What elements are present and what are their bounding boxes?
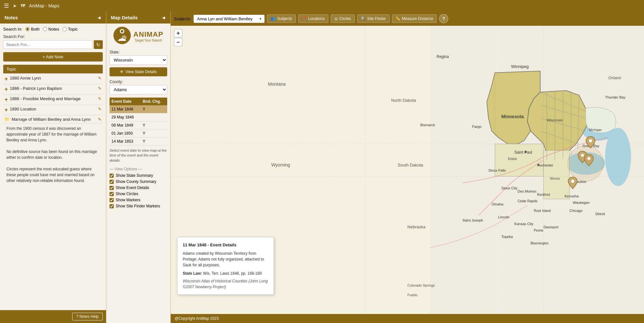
svg-text:Topeka: Topeka: [501, 235, 513, 239]
svg-text:Saint Paul: Saint Paul: [514, 150, 532, 155]
checkbox-show_state_summary[interactable]: [110, 174, 114, 178]
notes-collapse-arrow[interactable]: ◄: [97, 15, 101, 20]
checkbox-show_county_summary[interactable]: [110, 180, 114, 184]
note-item[interactable]: 📁Marrage of William Bentley and Anna Lyn…: [3, 115, 103, 124]
view-options-list: Show State SummaryShow County SummarySho…: [110, 173, 167, 208]
note-edit-icon[interactable]: ✎: [98, 76, 101, 81]
svg-text:Regina: Regina: [437, 54, 449, 59]
search-input[interactable]: [3, 40, 92, 49]
event-date-cell: 01 Jan 1850: [110, 129, 141, 138]
note-list: +1880 Annie Lynn✎+1886 - Patrick Lynn Ba…: [3, 74, 103, 187]
event-popup-title: 11 Mar 1848 - Event Details: [183, 242, 268, 248]
event-table-row[interactable]: 29 May 1848: [110, 113, 167, 121]
map-details-body: ANIMAP Target Your Search State: Wiscons…: [106, 24, 170, 213]
topbar: Subjects: Anna Lyn and William Bentley 👥…: [171, 12, 644, 26]
search-in-row: Search In: Both Notes Topic: [3, 27, 103, 32]
animap-logo: ANIMAP Target Your Search: [110, 27, 167, 45]
zoom-out-button[interactable]: −: [174, 38, 182, 46]
note-edit-icon[interactable]: ✎: [98, 96, 101, 101]
svg-text:Des Moines: Des Moines: [518, 189, 537, 193]
radio-topic-input[interactable]: [62, 27, 67, 31]
search-refresh-button[interactable]: ↻: [94, 40, 103, 49]
topic-header: Topic: [3, 65, 103, 73]
event-table-body: 11 Mar 1848Y29 May 184808 Mar 1849Y01 Ja…: [110, 105, 167, 146]
animap-logo-sub: Target Your Search: [133, 39, 163, 42]
view-option-item: Show Markers: [110, 198, 167, 202]
note-text: 1886 - Patrick Lynn Baptism: [10, 86, 96, 91]
note-edit-icon[interactable]: ✎: [98, 86, 101, 91]
forward-icon[interactable]: ➤: [13, 3, 17, 8]
right-side: Subjects: Anna Lyn and William Bentley 👥…: [171, 12, 644, 323]
svg-text:Thunder Bay: Thunder Bay: [605, 95, 626, 99]
label-show_circles: Show Circles: [116, 192, 138, 196]
subjects-button[interactable]: 👥 Subjects: [267, 14, 295, 23]
subjects-select[interactable]: Anna Lyn and William Bentley: [194, 15, 264, 23]
zoom-in-button[interactable]: +: [174, 29, 182, 37]
svg-text:Illinois: Illinois: [550, 176, 560, 180]
help-button[interactable]: ?: [439, 14, 448, 23]
site-finder-button[interactable]: 🔍 Site Finder: [357, 14, 389, 23]
svg-text:Bismarck: Bismarck: [420, 123, 435, 127]
checkbox-show_markers[interactable]: [110, 198, 114, 202]
event-table-row[interactable]: 11 Mar 1848Y: [110, 105, 167, 113]
note-expanded-content: From the 1900 census it was discovered a…: [3, 124, 103, 187]
circles-button[interactable]: ◎ Circles: [331, 14, 355, 23]
notes-help-button[interactable]: ? Notes Help: [72, 313, 103, 320]
svg-text:Minnesota: Minnesota: [501, 114, 524, 119]
subjects-label: Subjects:: [174, 16, 191, 21]
radio-both[interactable]: Both: [25, 27, 40, 32]
add-note-button[interactable]: + Add Note: [3, 52, 103, 62]
note-item[interactable]: +1890 Location✎: [3, 105, 103, 115]
eye-icon: 👁: [120, 70, 124, 74]
svg-point-75: [589, 139, 592, 142]
svg-text:Omaha: Omaha: [492, 202, 504, 206]
locations-button[interactable]: 📍 Locations: [298, 14, 328, 23]
checkbox-show_event_details[interactable]: [110, 186, 114, 190]
note-item[interactable]: +1880 Annie Lynn✎: [3, 74, 103, 84]
svg-text:Iowa: Iowa: [508, 156, 517, 161]
map-details-header: Map Details ◄: [106, 12, 170, 24]
event-table-row[interactable]: 14 Mar 1853Y: [110, 138, 167, 146]
note-item[interactable]: +1886 - Possible Meeting and Marriage✎: [3, 95, 103, 105]
menu-icon[interactable]: ☰: [4, 2, 9, 9]
bnd-chg-cell: Y: [141, 129, 167, 138]
measure-distance-button[interactable]: 📏 Measure Distance: [392, 14, 437, 23]
county-label: County:: [110, 80, 167, 84]
svg-point-1: [121, 30, 123, 33]
checkbox-show_site_finder_markers[interactable]: [110, 204, 114, 208]
svg-text:Colorado Springs: Colorado Springs: [408, 283, 435, 287]
event-date-cell: 14 Mar 1853: [110, 138, 141, 146]
radio-both-input[interactable]: [25, 27, 30, 31]
notes-footer: ? Notes Help: [0, 310, 106, 323]
view-state-details-button[interactable]: 👁 View State Details: [110, 67, 167, 76]
view-option-item: Show State Summary: [110, 173, 167, 178]
titlebar: ☰ ➤ 🗺 AniMap - Maps: [0, 0, 644, 12]
locations-icon: 📍: [302, 16, 307, 21]
state-law-value: Wis. Terr. Laws 1848, pp. 168-169: [203, 271, 262, 276]
notes-panel-header: Notes ◄: [0, 12, 106, 24]
event-table-row[interactable]: 01 Jan 1850Y: [110, 129, 167, 138]
map-details-collapse[interactable]: ◄: [161, 15, 166, 20]
label-show_markers: Show Markers: [116, 198, 140, 202]
note-edit-icon[interactable]: ✎: [98, 117, 101, 122]
svg-text:Kansas City: Kansas City: [514, 222, 533, 226]
radio-notes-input[interactable]: [43, 27, 47, 31]
event-table-row[interactable]: 08 Mar 1849Y: [110, 121, 167, 129]
map-container: Montana Wyoming North Dakota South Dakot…: [171, 26, 644, 314]
note-text: 1890 Location: [10, 107, 96, 111]
svg-point-72: [525, 151, 527, 153]
svg-text:Wisconsin: Wisconsin: [547, 118, 563, 122]
event-table: Event Date Bnd. Chg. 11 Mar 1848Y29 May …: [110, 98, 167, 146]
county-select[interactable]: Adams: [110, 85, 167, 94]
radio-topic[interactable]: Topic: [62, 27, 78, 32]
event-date-col-header: Event Date: [110, 98, 141, 105]
state-law-label: State Law:: [183, 271, 202, 276]
note-item[interactable]: +1886 - Patrick Lynn Baptism✎: [3, 84, 103, 95]
view-options-label: — View Options —: [110, 167, 167, 171]
svg-text:Fargo: Fargo: [472, 125, 482, 128]
note-edit-icon[interactable]: ✎: [98, 107, 101, 111]
note-icon: +: [5, 76, 8, 82]
checkbox-show_circles[interactable]: [110, 192, 114, 196]
radio-notes[interactable]: Notes: [43, 27, 59, 32]
state-select[interactable]: Wisconsin: [110, 55, 167, 65]
